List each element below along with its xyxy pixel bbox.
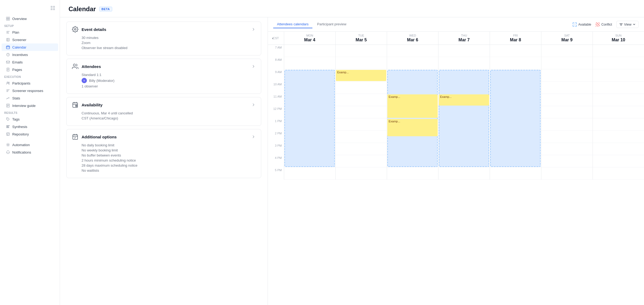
time-cell[interactable]: [335, 45, 387, 57]
sidebar-item-screener-responses[interactable]: Screener responses: [2, 87, 58, 94]
time-cell[interactable]: [335, 94, 387, 106]
time-cell[interactable]: [438, 69, 490, 82]
time-cell[interactable]: [438, 45, 490, 57]
time-cell[interactable]: [284, 57, 335, 69]
time-cell[interactable]: [387, 94, 438, 106]
time-cell[interactable]: [541, 69, 593, 82]
time-cell[interactable]: [490, 106, 541, 118]
time-cell[interactable]: [335, 118, 387, 131]
sidebar-item-tags[interactable]: Tags: [2, 115, 58, 123]
time-cell[interactable]: [490, 143, 541, 155]
time-cell[interactable]: [284, 155, 335, 167]
time-cell[interactable]: [593, 82, 644, 94]
sidebar-item-emails[interactable]: Emails: [2, 58, 58, 66]
time-cell[interactable]: [284, 118, 335, 131]
time-cell[interactable]: [541, 94, 593, 106]
time-cell[interactable]: [438, 131, 490, 143]
time-cell[interactable]: [284, 106, 335, 118]
time-cell[interactable]: [490, 69, 541, 82]
time-cell[interactable]: [593, 94, 644, 106]
time-cell[interactable]: [387, 57, 438, 69]
time-cell[interactable]: [438, 167, 490, 180]
time-cell[interactable]: [490, 167, 541, 180]
time-cell[interactable]: [593, 155, 644, 167]
time-cell[interactable]: [284, 94, 335, 106]
sidebar-item-plan[interactable]: Plan: [2, 29, 58, 36]
time-cell[interactable]: [387, 155, 438, 167]
time-cell[interactable]: [335, 167, 387, 180]
time-cell[interactable]: [387, 118, 438, 131]
time-cell[interactable]: [387, 45, 438, 57]
sidebar-item-pages[interactable]: Pages: [2, 66, 58, 73]
time-cell[interactable]: [335, 155, 387, 167]
tab-participant-preview[interactable]: Participant preview: [313, 21, 350, 28]
time-cell[interactable]: [593, 143, 644, 155]
time-cell[interactable]: [490, 155, 541, 167]
time-cell[interactable]: [593, 57, 644, 69]
availability-header[interactable]: Availability: [72, 102, 256, 108]
time-cell[interactable]: [387, 69, 438, 82]
time-cell[interactable]: [541, 143, 593, 155]
tab-attendees-calendars[interactable]: Attendees calendars: [273, 21, 312, 28]
time-cell[interactable]: [541, 155, 593, 167]
sidebar-item-participants[interactable]: Participants: [2, 79, 58, 87]
time-cell[interactable]: [593, 131, 644, 143]
time-cell[interactable]: [490, 131, 541, 143]
time-cell[interactable]: [541, 167, 593, 180]
sidebar-item-repository[interactable]: Repository: [2, 130, 58, 138]
time-cell[interactable]: [387, 131, 438, 143]
time-cell[interactable]: [438, 155, 490, 167]
time-cell[interactable]: [593, 69, 644, 82]
sidebar-item-interview-guide[interactable]: Interview guide: [2, 102, 58, 109]
time-cell[interactable]: [387, 167, 438, 180]
prev-week-button[interactable]: ‹: [269, 34, 276, 42]
time-cell[interactable]: [541, 118, 593, 131]
time-cell[interactable]: [335, 57, 387, 69]
time-cell[interactable]: [284, 131, 335, 143]
time-cell[interactable]: [284, 82, 335, 94]
sidebar-item-screener[interactable]: Screener: [2, 36, 58, 43]
time-cell[interactable]: [335, 106, 387, 118]
time-cell[interactable]: [387, 106, 438, 118]
time-cell[interactable]: [490, 118, 541, 131]
time-cell[interactable]: [387, 82, 438, 94]
time-cell[interactable]: [541, 106, 593, 118]
time-cell[interactable]: [438, 118, 490, 131]
time-cell[interactable]: [335, 131, 387, 143]
time-cell[interactable]: [490, 94, 541, 106]
time-cell[interactable]: [438, 57, 490, 69]
time-cell[interactable]: [541, 82, 593, 94]
time-cell[interactable]: [593, 106, 644, 118]
time-cell[interactable]: [284, 45, 335, 57]
sidebar-item-synthesis[interactable]: Synthesis: [2, 123, 58, 130]
time-cell[interactable]: [593, 167, 644, 180]
sidebar-item-notifications[interactable]: Notifications: [2, 149, 58, 156]
time-cell[interactable]: [284, 143, 335, 155]
time-cell[interactable]: [387, 143, 438, 155]
time-cell[interactable]: [593, 118, 644, 131]
time-cell[interactable]: [593, 45, 644, 57]
event-details-header[interactable]: Event details: [72, 26, 256, 33]
time-cell[interactable]: [490, 45, 541, 57]
attendees-header[interactable]: Attendees: [72, 63, 256, 70]
time-cell[interactable]: [335, 143, 387, 155]
time-cell[interactable]: [438, 106, 490, 118]
time-cell[interactable]: [284, 167, 335, 180]
additional-options-header[interactable]: Additional options: [72, 134, 256, 140]
time-cell[interactable]: [541, 131, 593, 143]
view-button[interactable]: View: [616, 21, 639, 28]
sidebar-item-incentives[interactable]: Incentives: [2, 51, 58, 58]
time-cell[interactable]: [335, 69, 387, 82]
time-cell[interactable]: [490, 57, 541, 69]
time-cell[interactable]: [541, 57, 593, 69]
sidebar-item-stats[interactable]: Stats: [2, 94, 58, 102]
time-cell[interactable]: [438, 82, 490, 94]
time-cell[interactable]: [438, 143, 490, 155]
time-cell[interactable]: [335, 82, 387, 94]
time-cell[interactable]: [438, 94, 490, 106]
time-cell[interactable]: [541, 45, 593, 57]
sidebar-item-automation[interactable]: Automation: [2, 141, 58, 149]
sidebar-item-overview[interactable]: Overview: [2, 15, 58, 22]
time-cell[interactable]: [490, 82, 541, 94]
time-cell[interactable]: [284, 69, 335, 82]
